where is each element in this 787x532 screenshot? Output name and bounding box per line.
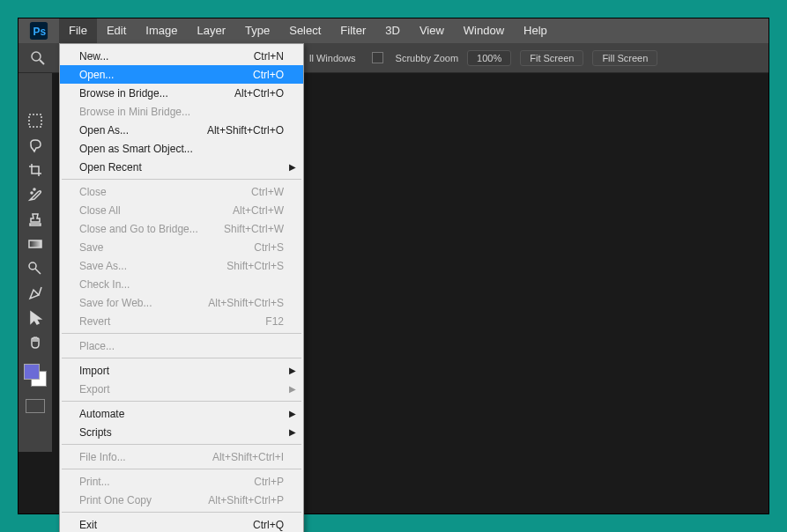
menu-item-label: Check In... [79,278,130,291]
menu-item-label: New... [79,50,108,63]
menu-3d[interactable]: 3D [375,18,410,43]
menu-item-print---: Print...Ctrl+P [60,472,303,491]
menu-item-close-and-go-to-bridge---: Close and Go to Bridge...Shift+Ctrl+W [60,219,303,238]
submenu-arrow-icon: ▶ [289,384,296,394]
menu-item-label: File Info... [79,451,126,463]
foreground-color-swatch[interactable] [24,364,40,380]
menu-item-shortcut: Ctrl+S [254,241,284,254]
menu-item-label: Open... [79,69,114,81]
menu-item-check-in---: Check In... [60,275,303,293]
menu-image[interactable]: Image [136,18,187,43]
menu-layer[interactable]: Layer [188,18,236,43]
scrubby-checkbox[interactable] [372,52,383,63]
menu-item-shortcut: Ctrl+N [254,50,284,63]
menu-item-import[interactable]: Import▶ [60,361,303,380]
dodge-tool-icon[interactable] [25,258,46,279]
menu-item-scripts[interactable]: Scripts▶ [60,423,303,441]
menu-item-shortcut: Shift+Ctrl+S [226,260,284,272]
toolbox [19,73,52,452]
svg-rect-7 [29,240,41,248]
menu-filter[interactable]: Filter [330,18,375,43]
svg-point-8 [29,262,36,270]
menu-edit[interactable]: Edit [97,18,136,43]
menu-item-automate[interactable]: Automate▶ [60,404,303,423]
menu-item-shortcut: Alt+Ctrl+O [234,87,284,100]
menu-item-label: Exit [79,519,97,531]
menu-item-label: Open as Smart Object... [79,143,193,155]
zoom-value-field[interactable]: 100% [467,50,511,66]
menu-item-browse-in-mini-bridge---: Browse in Mini Bridge... [60,102,303,121]
menu-item-label: Save As... [79,260,127,272]
menu-item-shortcut: Alt+Shift+Ctrl+S [208,297,284,309]
scrubby-label: Scrubby Zoom [396,53,459,63]
menu-item-revert: RevertF12 [60,312,303,330]
submenu-arrow-icon: ▶ [289,427,296,437]
menu-type[interactable]: Type [235,18,279,43]
menubar: Ps FileEditImageLayerTypeSelectFilter3DV… [19,18,768,43]
menu-select[interactable]: Select [279,18,330,43]
color-swatches[interactable] [22,364,48,390]
menu-item-shortcut: Alt+Shift+Ctrl+P [208,494,284,506]
menu-item-label: Browse in Mini Bridge... [79,106,190,118]
menu-item-shortcut: Ctrl+W [251,186,284,198]
menu-item-export: Export▶ [60,380,303,398]
gradient-tool-icon[interactable] [25,233,46,255]
menu-window[interactable]: Window [454,18,514,43]
healing-brush-tool-icon[interactable] [25,184,46,205]
crop-tool-icon[interactable] [25,159,46,181]
svg-point-6 [33,188,35,190]
menu-separator [62,469,301,469]
menu-item-label: Close [79,186,107,198]
menu-view[interactable]: View [410,18,454,43]
menu-item-label: Revert [79,315,110,328]
menu-item-open---[interactable]: Open...Ctrl+O [60,65,303,84]
menu-item-label: Print One Copy [79,494,152,506]
file-menu-dropdown: New...Ctrl+NOpen...Ctrl+OBrowse in Bridg… [59,43,304,532]
submenu-arrow-icon: ▶ [289,409,296,418]
menu-item-open-as---[interactable]: Open As...Alt+Shift+Ctrl+O [60,121,303,139]
fill-screen-button[interactable]: Fill Screen [592,50,657,66]
menu-item-open-recent[interactable]: Open Recent▶ [60,158,303,176]
svg-line-3 [40,60,44,64]
pen-tool-icon[interactable] [25,283,46,304]
menu-help[interactable]: Help [514,18,557,43]
submenu-arrow-icon: ▶ [289,366,296,375]
menu-item-shortcut: Alt+Ctrl+W [233,204,284,217]
menu-item-label: Open As... [79,124,129,137]
menu-item-new---[interactable]: New...Ctrl+N [60,47,303,65]
all-windows-label: ll Windows [309,53,356,63]
marquee-tool-icon[interactable] [25,110,46,131]
menu-item-close: CloseCtrl+W [60,182,303,201]
menu-item-open-as-smart-object---[interactable]: Open as Smart Object... [60,139,303,158]
menu-separator [62,358,301,358]
menu-item-file-info---: File Info...Alt+Shift+Ctrl+I [60,447,303,466]
menu-item-shortcut: F12 [265,315,284,328]
menu-file[interactable]: File [59,18,97,43]
fit-screen-button[interactable]: Fit Screen [520,50,583,66]
menu-item-label: Save for Web... [79,297,152,309]
svg-line-9 [35,269,41,274]
menu-item-save-as---: Save As...Shift+Ctrl+S [60,256,303,275]
menu-item-label: Open Recent [79,161,142,174]
svg-point-2 [32,52,41,61]
path-selection-tool-icon[interactable] [25,307,46,329]
menu-item-label: Print... [79,476,110,488]
menu-item-label: Close All [79,204,121,217]
menu-item-label: Scripts [79,426,112,439]
quickmask-toggle-icon[interactable] [26,399,45,413]
menu-item-shortcut: Alt+Shift+Ctrl+O [207,124,284,137]
zoom-tool-icon[interactable] [26,46,50,70]
lasso-tool-icon[interactable] [25,135,46,156]
menu-item-save: SaveCtrl+S [60,238,303,256]
menu-item-browse-in-bridge---[interactable]: Browse in Bridge...Alt+Ctrl+O [60,84,303,102]
menu-item-shortcut: Ctrl+P [254,476,284,488]
menu-separator [62,401,301,402]
menu-item-label: Save [79,241,103,254]
ps-logo[interactable]: Ps [19,18,59,43]
menu-item-exit[interactable]: ExitCtrl+Q [60,515,303,532]
stamp-tool-icon[interactable] [25,209,46,230]
menu-item-shortcut: Ctrl+Q [253,519,284,531]
menu-item-label: Place... [79,340,115,352]
submenu-arrow-icon: ▶ [289,162,296,172]
hand-tool-icon[interactable] [25,332,46,353]
